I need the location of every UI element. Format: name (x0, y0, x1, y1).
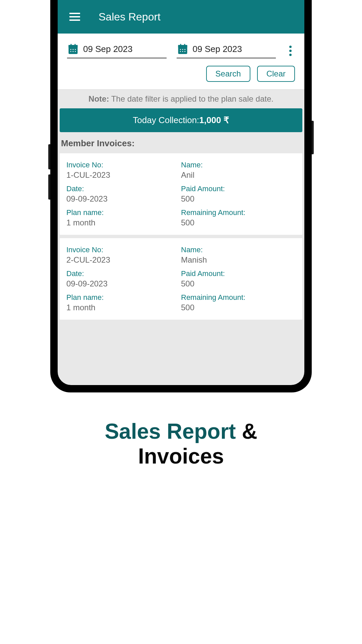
invoice-field-value: Manish (181, 255, 296, 265)
invoice-card[interactable]: Invoice No:1-CUL-2023Name:AnilDate:09-09… (60, 153, 302, 235)
svg-rect-1 (69, 45, 78, 48)
svg-point-19 (184, 51, 185, 52)
invoice-cell: Remaining Amount:500 (181, 293, 296, 312)
invoice-field-value: 2-CUL-2023 (66, 255, 181, 265)
invoice-field-label: Name: (181, 161, 296, 169)
svg-point-15 (182, 49, 183, 50)
note-text: The date filter is applied to the plan s… (109, 94, 274, 103)
invoice-list: Invoice No:1-CUL-2023Name:AnilDate:09-09… (58, 153, 304, 320)
invoice-field-label: Date: (66, 184, 181, 193)
invoice-row: Plan name:1 monthRemaining Amount:500 (66, 293, 296, 312)
caption-line2: Invoices (138, 444, 224, 468)
marketing-caption: Sales Report & Invoices (0, 419, 362, 469)
invoice-field-label: Paid Amount: (181, 184, 296, 193)
search-button[interactable]: Search (206, 66, 250, 82)
invoice-field-value: 500 (181, 194, 296, 204)
invoice-field-label: Remaining Amount: (181, 293, 296, 302)
invoice-cell: Date:09-09-2023 (66, 269, 181, 288)
phone-power-button (312, 121, 314, 154)
invoice-row: Invoice No:2-CUL-2023Name:Manish (66, 246, 296, 265)
invoice-field-label: Invoice No: (66, 246, 181, 254)
start-date-value: 09 Sep 2023 (83, 44, 132, 54)
svg-point-18 (182, 51, 183, 52)
invoice-field-value: 1 month (66, 218, 181, 227)
invoice-field-label: Plan name: (66, 208, 181, 217)
filter-button-row: Search Clear (67, 66, 295, 82)
svg-rect-12 (180, 44, 181, 46)
section-member-invoices: Member Invoices: (58, 132, 304, 153)
svg-point-5 (73, 49, 74, 50)
svg-point-17 (180, 51, 181, 52)
today-collection-banner: Today Collection:1,000 ₹ (60, 108, 302, 132)
invoice-field-label: Remaining Amount: (181, 208, 296, 217)
svg-point-7 (70, 51, 71, 52)
note-label: Note: (88, 94, 109, 103)
invoice-cell: Plan name:1 month (66, 208, 181, 227)
invoice-cell: Paid Amount:500 (181, 184, 296, 204)
svg-rect-11 (178, 45, 187, 48)
caption-dark: & (236, 419, 257, 443)
svg-rect-13 (184, 44, 185, 46)
invoice-field-value: Anil (181, 170, 296, 180)
page-title: Sales Report (99, 11, 161, 23)
svg-point-14 (180, 49, 181, 50)
date-row: 09 Sep 2023 09 Sep 2 (67, 43, 295, 58)
invoice-cell: Paid Amount:500 (181, 269, 296, 288)
invoice-field-value: 1 month (66, 303, 181, 312)
invoice-field-label: Plan name: (66, 293, 181, 302)
invoice-field-label: Date: (66, 269, 181, 278)
invoice-field-label: Paid Amount: (181, 269, 296, 278)
hamburger-menu-icon[interactable] (68, 11, 82, 22)
filter-note: Note: The date filter is applied to the … (58, 90, 304, 108)
caption-accent: Sales Report (105, 419, 236, 443)
invoice-cell: Invoice No:1-CUL-2023 (66, 161, 181, 180)
invoice-row: Date:09-09-2023Paid Amount:500 (66, 269, 296, 288)
end-date-picker[interactable]: 09 Sep 2023 (177, 43, 276, 58)
invoice-cell: Plan name:1 month (66, 293, 181, 312)
calendar-icon (67, 43, 79, 55)
invoice-row: Date:09-09-2023Paid Amount:500 (66, 184, 296, 204)
app-bar: Sales Report (58, 0, 304, 34)
calendar-icon (177, 43, 189, 55)
invoice-field-label: Name: (181, 246, 296, 254)
invoice-cell: Date:09-09-2023 (66, 184, 181, 204)
date-filter-card: 09 Sep 2023 09 Sep 2 (58, 34, 304, 90)
invoice-field-value: 1-CUL-2023 (66, 170, 181, 180)
invoice-row: Plan name:1 monthRemaining Amount:500 (66, 208, 296, 227)
start-date-picker[interactable]: 09 Sep 2023 (67, 43, 167, 58)
invoice-cell: Invoice No:2-CUL-2023 (66, 246, 181, 265)
svg-rect-2 (71, 44, 72, 46)
more-options-icon[interactable] (286, 44, 295, 58)
svg-point-16 (184, 49, 185, 50)
collection-label: Today Collection: (133, 115, 199, 125)
invoice-cell: Remaining Amount:500 (181, 208, 296, 227)
svg-rect-3 (75, 44, 76, 46)
phone-volume-up (48, 144, 50, 169)
invoice-field-label: Invoice No: (66, 161, 181, 169)
invoice-field-value: 500 (181, 279, 296, 288)
svg-point-8 (73, 51, 74, 52)
phone-frame: Sales Report (50, 0, 312, 392)
invoice-row: Invoice No:1-CUL-2023Name:Anil (66, 161, 296, 180)
svg-point-6 (75, 49, 76, 50)
invoice-field-value: 500 (181, 218, 296, 227)
invoice-cell: Name:Anil (181, 161, 296, 180)
invoice-cell: Name:Manish (181, 246, 296, 265)
invoice-card[interactable]: Invoice No:2-CUL-2023Name:ManishDate:09-… (60, 238, 302, 320)
phone-volume-down (48, 174, 50, 200)
phone-screen: Sales Report (58, 0, 304, 385)
end-date-value: 09 Sep 2023 (193, 44, 242, 54)
svg-point-4 (70, 49, 71, 50)
collection-amount: 1,000 ₹ (199, 115, 229, 125)
clear-button[interactable]: Clear (257, 66, 295, 82)
invoice-field-value: 09-09-2023 (66, 279, 181, 288)
invoice-field-value: 09-09-2023 (66, 194, 181, 204)
invoice-field-value: 500 (181, 303, 296, 312)
svg-point-9 (75, 51, 76, 52)
